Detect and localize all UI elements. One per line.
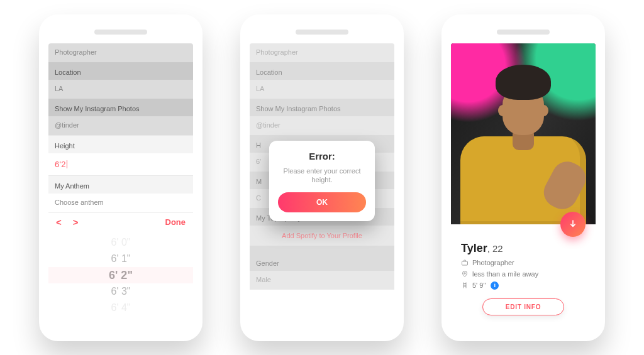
anthem-header: My Anthem <box>48 175 193 194</box>
svg-point-2 <box>464 272 465 273</box>
modal-body: Please enter your correct height. <box>278 166 366 185</box>
text-caret <box>67 160 67 168</box>
screen-edit: Photographer Location LA Show My Instagr… <box>48 43 193 329</box>
height-picker[interactable]: 6' 0" 6' 1" 6' 2" 6' 3" 6' 4" <box>48 231 193 319</box>
phone-speaker <box>94 30 147 35</box>
screen-profile: Tyler, 22 Photographer less than a mile … <box>451 43 596 329</box>
arrow-down-icon <box>568 219 578 229</box>
profile-age-value: 22 <box>492 243 503 254</box>
profile-distance-row: less than a mile away <box>461 270 586 278</box>
picker-done-button[interactable]: Done <box>165 217 186 227</box>
phone-speaker <box>497 30 550 35</box>
modal-ok-button[interactable]: OK <box>278 192 366 212</box>
picker-toolbar: < > Done <box>48 212 193 231</box>
job-value: Photographer <box>48 43 193 62</box>
picker-selection-band <box>48 267 193 283</box>
height-header: Height <box>48 135 193 153</box>
phone-speaker <box>296 30 348 35</box>
anthem-placeholder[interactable]: Choose anthem <box>48 194 193 212</box>
height-ruler-icon <box>461 281 469 289</box>
info-badge-icon[interactable]: i <box>491 281 499 290</box>
edit-info-button[interactable]: EDIT INFO <box>482 298 564 315</box>
phone-edit-height: Photographer Location LA Show My Instagr… <box>39 14 203 341</box>
phone-error-modal: Photographer Location LA Show My Instagr… <box>240 14 404 341</box>
picker-prev-icon[interactable]: < <box>56 217 62 227</box>
error-modal: Error: Please enter your correct height.… <box>269 140 375 221</box>
height-input-text: 6'2 <box>55 160 66 169</box>
screen-error: Photographer Location LA Show My Instagr… <box>250 43 394 329</box>
profile-job-row: Photographer <box>461 259 586 266</box>
profile-name: Tyler <box>461 242 487 254</box>
profile-age: , 22 <box>487 243 503 254</box>
profile-photo[interactable] <box>451 43 596 224</box>
picker-option[interactable]: 6' 3" <box>111 284 131 299</box>
profile-height-row: 5' 9" i <box>461 281 586 290</box>
profile-photo-wrap <box>451 43 596 224</box>
picker-next-icon[interactable]: > <box>73 217 79 227</box>
person-illustration <box>476 74 570 224</box>
download-fab[interactable] <box>560 212 586 237</box>
location-header: Location <box>48 62 193 80</box>
location-pin-icon <box>461 270 469 278</box>
briefcase-icon <box>461 259 469 266</box>
svg-rect-1 <box>462 261 468 265</box>
profile-height: 5' 9" <box>472 281 486 289</box>
profile-job: Photographer <box>472 259 514 266</box>
picker-option[interactable]: 6' 4" <box>111 300 131 315</box>
picker-option[interactable]: 6' 0" <box>111 235 131 250</box>
picker-option[interactable]: 6' 1" <box>111 251 131 266</box>
profile-distance: less than a mile away <box>472 270 538 278</box>
phone-profile-card: Tyler, 22 Photographer less than a mile … <box>441 14 605 341</box>
height-input[interactable]: 6'2 <box>48 153 193 175</box>
instagram-value: @tinder <box>48 116 193 135</box>
location-value: LA <box>48 80 193 99</box>
modal-title: Error: <box>278 150 366 161</box>
profile-info: Tyler, 22 Photographer less than a mile … <box>451 224 596 323</box>
instagram-header: Show My Instagram Photos <box>48 99 193 116</box>
